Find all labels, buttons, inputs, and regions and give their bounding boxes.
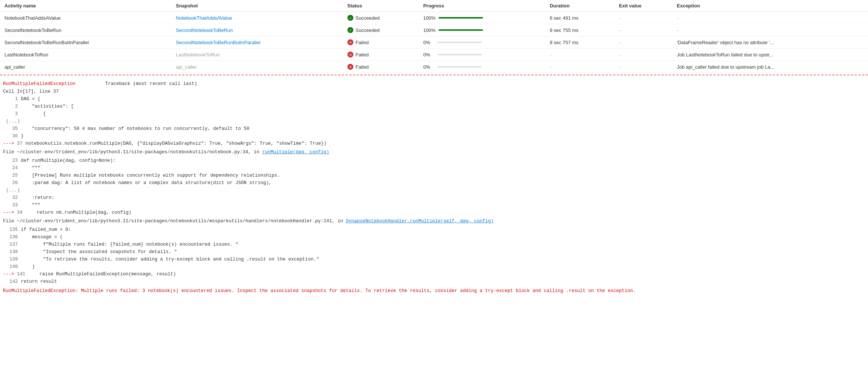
- file1-code: 23def runMultiple(dag, config=None):24 "…: [0, 157, 868, 216]
- activity-name-cell: SecondNotebookToBeRunButInParallel: [0, 36, 171, 49]
- snapshot-cell[interactable]: NotebookThatAddsAValue: [171, 12, 343, 24]
- code-line: 142return result: [3, 278, 865, 285]
- file2-path: File ~/cluster-env/trident_env/lib/pytho…: [0, 216, 868, 226]
- arrow-indicator: --->: [3, 272, 17, 277]
- traceback-title: Traceback (most recent call last): [105, 81, 197, 86]
- code-content: ): [21, 263, 35, 271]
- cell-info-block: Cell In[17], line 37 1DAG = {2 "activiti…: [0, 88, 868, 147]
- table-row: SecondNotebookToBeRunSecondNotebookToBeR…: [0, 24, 868, 36]
- snapshot-link[interactable]: SecondNotebookToBeRun: [176, 27, 233, 33]
- arrow-indicator: --->: [3, 210, 17, 215]
- line-number: ---> 37: [3, 140, 23, 147]
- exception-cell: 'DataFrameReader' object has no attribut…: [673, 36, 868, 49]
- line-number: 23: [3, 157, 18, 164]
- progress-label: 0%: [423, 40, 434, 45]
- progress-label: 0%: [423, 64, 434, 70]
- line-number: 142: [3, 278, 18, 285]
- status-cell: ✕Failed: [343, 49, 419, 61]
- snapshot-link: LastNotebookToRun: [176, 52, 220, 58]
- progress-label: 100%: [423, 15, 435, 21]
- line-number: 136: [3, 233, 18, 241]
- progress-label: 100%: [423, 27, 435, 33]
- activity-name-cell: SecondNotebookToBeRun: [0, 24, 171, 36]
- code-content: if failed_num > 0:: [21, 226, 71, 233]
- line-number: 2: [3, 103, 18, 110]
- snapshot-link[interactable]: SecondNotebookToBeRunButInParallel: [176, 40, 260, 45]
- code-line: ---> 34 return nb.runMultiple(dag, confi…: [3, 209, 865, 216]
- code-line: 32 :return:: [3, 194, 865, 202]
- code-line: 1DAG = {: [3, 95, 865, 103]
- arrow-indicator: --->: [3, 141, 17, 146]
- code-content: return result: [21, 278, 57, 285]
- progress-bar-container: [437, 42, 482, 43]
- code-line: 36}: [3, 132, 865, 140]
- progress-bar-fill: [438, 29, 483, 31]
- exit-value-cell: -: [615, 36, 673, 49]
- code-content: notebookutils.notebook.runMultiple(DAG, …: [26, 140, 327, 147]
- exception-cell: -: [673, 12, 868, 24]
- line-number: 26: [3, 179, 18, 187]
- col-exception: Exception: [673, 0, 868, 12]
- file2-code: 135if failed_num > 0:136 message = (137 …: [0, 226, 868, 285]
- progress-label: 0%: [423, 52, 434, 58]
- code-line: 138 "Inspect the associated snapshots fo…: [3, 248, 865, 256]
- code-content: """: [21, 164, 41, 172]
- code-line: 139 "To retrieve the results, consider a…: [3, 256, 865, 263]
- failed-icon: ✕: [347, 64, 353, 70]
- code-line: ---> 141 raise RunMultipleFailedExceptio…: [3, 271, 865, 278]
- progress-cell: 0%: [419, 49, 545, 61]
- activity-name-cell: LastNotebookToRun: [0, 49, 171, 61]
- line-number: 140: [3, 263, 18, 271]
- col-status: Status: [343, 0, 419, 12]
- exception-cell: Job api_caller failed due to upstream jo…: [673, 61, 868, 73]
- activity-name-cell: api_caller: [0, 61, 171, 73]
- status-label: Failed: [356, 40, 369, 45]
- line-number: 139: [3, 256, 18, 263]
- col-activity-name: Activity name: [0, 0, 171, 12]
- failed-icon: ✕: [347, 39, 353, 45]
- line-number: 36: [3, 132, 18, 140]
- progress-bar-container: [437, 54, 482, 55]
- duration-cell: 6 sec 491 ms: [545, 12, 614, 24]
- line-number: 25: [3, 172, 18, 179]
- line-number: 35: [3, 125, 18, 132]
- col-snapshot: Snapshot: [171, 0, 343, 12]
- line-number: 137: [3, 241, 18, 248]
- code-content: }: [21, 132, 24, 140]
- code-content: def runMultiple(dag, config=None):: [21, 157, 116, 164]
- line-number: 32: [3, 194, 18, 202]
- progress-bar-fill: [438, 17, 483, 19]
- code-line: 140 ): [3, 263, 865, 271]
- line-number: 3: [3, 110, 18, 118]
- exit-value-cell: -: [615, 12, 673, 24]
- code-content: message = (: [21, 233, 63, 241]
- snapshot-cell[interactable]: SecondNotebookToBeRunButInParallel: [171, 36, 343, 49]
- col-exit-value: Exit value: [615, 0, 673, 12]
- status-label: Failed: [356, 52, 369, 58]
- col-duration: Duration: [545, 0, 614, 12]
- exit-value-cell: -: [615, 61, 673, 73]
- code-content: "concurrency": 50 # max number of notebo…: [21, 125, 249, 132]
- progress-cell: 100%: [419, 24, 545, 36]
- code-line: 26 :param dag: A list of notebook names …: [3, 179, 865, 187]
- activity-table: Activity name Snapshot Status Progress D…: [0, 0, 868, 73]
- duration-cell: -: [545, 61, 614, 73]
- code-content: DAG = {: [21, 95, 41, 103]
- code-content: raise RunMultipleFailedException(message…: [28, 271, 176, 278]
- section-divider: [0, 75, 868, 75]
- snapshot-cell: api_caller: [171, 61, 343, 73]
- file2-link[interactable]: SynapseNotebookHandler.runMultiple(self,…: [346, 219, 494, 224]
- file1-link[interactable]: runMultiple(dag, config): [262, 150, 329, 155]
- code-line: 135if failed_num > 0:: [3, 226, 865, 233]
- status-label: Succeeded: [356, 27, 380, 33]
- snapshot-link[interactable]: NotebookThatAddsAValue: [176, 15, 232, 21]
- code-content: [Preview] Runs multiple notebooks concur…: [21, 172, 280, 179]
- line-number: 24: [3, 164, 18, 172]
- snapshot-cell[interactable]: SecondNotebookToBeRun: [171, 24, 343, 36]
- success-icon: ✓: [347, 27, 353, 33]
- line-number: 135: [3, 226, 18, 233]
- code-line: 2 "activities": [: [3, 103, 865, 110]
- status-cell: ✕Failed: [343, 36, 419, 49]
- code-content: :param dag: A list of notebook names or …: [21, 179, 272, 187]
- final-exception-text: RunMultipleFailedException: Multiple run…: [0, 285, 868, 297]
